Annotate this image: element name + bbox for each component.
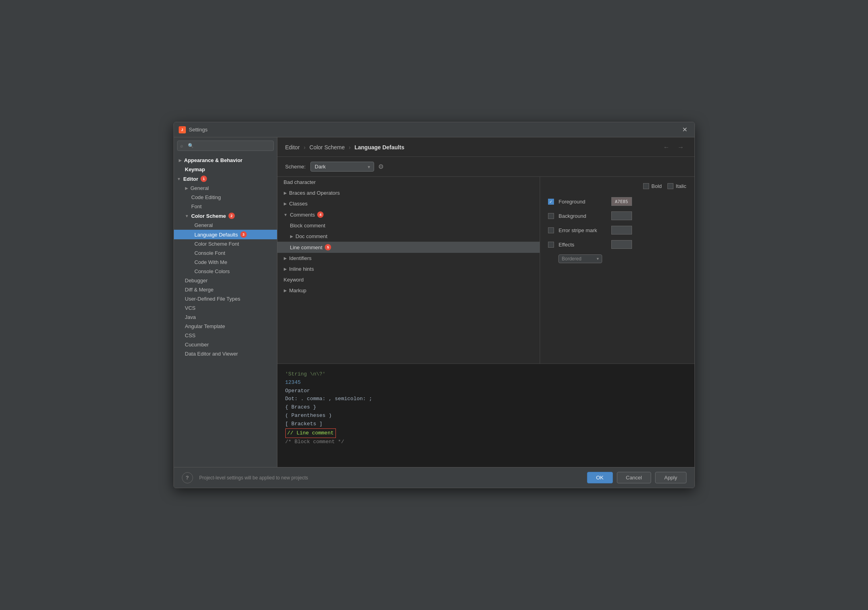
tree-item-block-comment[interactable]: Block comment (277, 220, 540, 231)
scheme-row: Scheme: Dark Light Darcula Monokai ▼ ⚙ (277, 157, 694, 177)
foreground-color-box[interactable]: A7E85 (611, 197, 632, 206)
bold-checkbox[interactable] (643, 183, 649, 189)
tree-item-classes[interactable]: ▶ Classes (277, 198, 540, 209)
app-icon: J (179, 126, 186, 133)
tree-item-bad-char[interactable]: Bad character (277, 177, 540, 188)
tree-item-label: Braces and Operators (289, 190, 340, 196)
arrow-icon: ▶ (290, 234, 293, 239)
background-color-box[interactable] (611, 211, 632, 220)
breadcrumb-color-scheme: Color Scheme (310, 144, 345, 151)
sidebar-item-general[interactable]: ▶ General (174, 184, 277, 193)
italic-checkbox[interactable] (667, 183, 673, 189)
gear-icon[interactable]: ⚙ (378, 163, 384, 170)
effects-style-select[interactable]: Bordered Underline Bold underline Strike… (558, 254, 602, 263)
arrow-icon: ▶ (185, 186, 188, 190)
error-stripe-row: Error stripe mark (548, 226, 687, 235)
italic-label: Italic (676, 183, 687, 189)
sidebar-item-label: Appearance & Behavior (184, 157, 243, 163)
background-checkbox[interactable] (548, 213, 554, 219)
tree-item-doc-comment[interactable]: ▶ Doc comment (277, 231, 540, 242)
bold-item: Bold (643, 183, 662, 189)
preview-line-line-comment: // Line comment (285, 428, 687, 438)
preview-comment-text: // Line comment (287, 430, 334, 436)
preview-line-block-comment: /* Block comment */ (285, 438, 687, 446)
nav-tree: ▶ Appearance & Behavior Keymap ▼ Editor … (174, 154, 277, 467)
sidebar-item-angular[interactable]: Angular Template (174, 322, 277, 331)
preview-block-comment-text: /* Block comment */ (285, 439, 344, 445)
help-button[interactable]: ? (182, 472, 193, 483)
effects-color-box[interactable] (611, 240, 632, 249)
sidebar-item-vcs[interactable]: VCS (174, 303, 277, 313)
sidebar-item-diff-merge[interactable]: Diff & Merge (174, 285, 277, 294)
sidebar-item-color-scheme-font[interactable]: Color Scheme Font (174, 239, 277, 248)
error-stripe-color-box[interactable] (611, 226, 632, 235)
sidebar-item-keymap[interactable]: Keymap (174, 165, 277, 174)
line-comment-badge: 5 (325, 244, 331, 250)
sidebar-item-java[interactable]: Java (174, 313, 277, 322)
sidebar-item-font[interactable]: Font (174, 202, 277, 211)
sidebar-item-debugger[interactable]: Debugger (174, 276, 277, 285)
sidebar-item-appearance[interactable]: ▶ Appearance & Behavior (174, 156, 277, 165)
footer-info-text: Project-level settings will be applied t… (199, 475, 587, 481)
breadcrumb: Editor › Color Scheme › Language Default… (285, 144, 404, 151)
sidebar-item-language-defaults[interactable]: Language Defaults 3 (174, 230, 277, 239)
sidebar-item-label: Angular Template (185, 323, 225, 329)
search-input[interactable] (177, 141, 274, 151)
sidebar-item-code-editing[interactable]: Code Editing (174, 193, 277, 202)
arrow-icon: ▼ (284, 213, 288, 217)
tree-item-label: Line comment (290, 244, 323, 250)
editor-badge: 1 (201, 176, 207, 182)
comments-badge: 4 (317, 211, 324, 218)
sidebar-item-code-with-me[interactable]: Code With Me (174, 258, 277, 267)
sidebar-item-label: Color Scheme Font (195, 241, 239, 247)
tree-item-identifiers[interactable]: ▶ Identifiers (277, 253, 540, 264)
back-button[interactable]: ← (661, 143, 672, 152)
forward-button[interactable]: → (675, 143, 687, 152)
main-area: ⌕ ▶ Appearance & Behavior Keymap ▼ Edito… (174, 137, 694, 467)
close-button[interactable]: ✕ (680, 125, 690, 134)
tree-item-markup[interactable]: ▶ Markup (277, 285, 540, 296)
scheme-select[interactable]: Dark Light Darcula Monokai (310, 162, 374, 172)
foreground-checkbox[interactable] (548, 199, 554, 205)
search-wrapper: ⌕ (177, 141, 274, 151)
tree-item-label: Markup (289, 287, 306, 293)
tree-item-line-comment[interactable]: Line comment 5 (277, 242, 540, 253)
preview-area: 'String \n\?' 12345 Operator Dot: . comm… (277, 364, 694, 467)
sidebar-item-label: Editor (183, 176, 198, 182)
cancel-button[interactable]: Cancel (617, 472, 651, 483)
tree-item-comments[interactable]: ▼ Comments 4 (277, 209, 540, 220)
tree-item-label: Identifiers (289, 255, 312, 261)
preview-number: 12345 (285, 379, 301, 385)
sidebar-item-editor[interactable]: ▼ Editor 1 (174, 174, 277, 184)
tree-item-inline-hints[interactable]: ▶ Inline hints (277, 264, 540, 274)
preview-line-brackets: [ Brackets ] (285, 420, 687, 428)
sidebar-item-color-scheme[interactable]: ▼ Color Scheme 2 (174, 211, 277, 221)
sidebar-item-cs-general[interactable]: General (174, 221, 277, 230)
ok-button[interactable]: OK (587, 472, 613, 483)
italic-item: Italic (667, 183, 687, 189)
arrow-icon: ▶ (284, 288, 287, 293)
tree-item-label: Comments (290, 212, 315, 218)
sidebar-item-css[interactable]: CSS (174, 331, 277, 340)
dialog-title: Settings (189, 127, 680, 133)
tree-item-label: Keyword (284, 277, 304, 283)
tree-item-braces[interactable]: ▶ Braces and Operators (277, 188, 540, 198)
color-scheme-badge: 2 (228, 213, 235, 219)
sidebar-item-cucumber[interactable]: Cucumber (174, 340, 277, 349)
tree-item-keyword[interactable]: Keyword (277, 274, 540, 285)
preview-dot: Dot: . comma: , semicolon: ; (285, 396, 372, 402)
sidebar-item-console-colors[interactable]: Console Colors (174, 267, 277, 276)
effects-checkbox[interactable] (548, 242, 554, 248)
background-label: Background (559, 213, 607, 219)
footer-buttons: OK Cancel Apply (587, 472, 687, 483)
sidebar-item-data-editor[interactable]: Data Editor and Viewer (174, 349, 277, 358)
background-row: Background (548, 211, 687, 220)
preview-line-comment-highlighted: // Line comment (285, 428, 336, 438)
sidebar-item-console-font[interactable]: Console Font (174, 248, 277, 258)
tree-item-label: Doc comment (296, 233, 328, 239)
tree-item-label: Classes (289, 201, 308, 207)
sidebar-item-user-defined[interactable]: User-Defined File Types (174, 294, 277, 303)
apply-button[interactable]: Apply (655, 472, 687, 483)
sidebar-item-label: Java (185, 314, 196, 320)
error-stripe-checkbox[interactable] (548, 227, 554, 233)
